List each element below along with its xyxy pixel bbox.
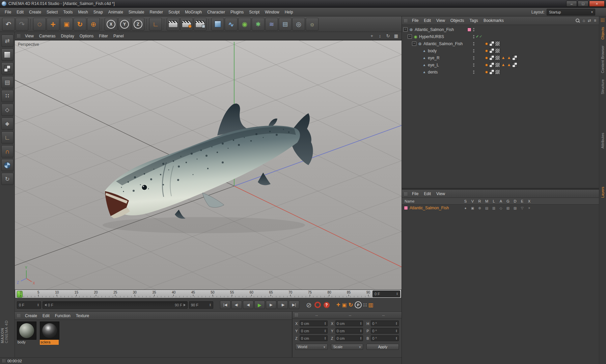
- render-view-button[interactable]: [167, 18, 180, 31]
- object-row-body[interactable]: ▲body: [402, 47, 599, 54]
- material-body[interactable]: body: [17, 322, 38, 345]
- layer-toggle-l[interactable]: ▥: [490, 206, 497, 210]
- menu-tools[interactable]: Tools: [60, 9, 75, 16]
- menu-animate[interactable]: Animate: [106, 9, 126, 16]
- selection-tag[interactable]: ▲: [501, 55, 506, 60]
- rotate-tool[interactable]: ↻: [74, 18, 86, 31]
- coord-field-position-x[interactable]: 0 cm: [300, 321, 328, 326]
- add-environment-button[interactable]: ▤: [279, 18, 292, 31]
- scale-mode-dropdown[interactable]: Scale: [331, 344, 363, 350]
- viewport-menu-panel[interactable]: Panel: [111, 33, 127, 39]
- goto-next-key-button[interactable]: ·▶: [277, 301, 288, 309]
- enable-snap-button[interactable]: ∩: [1, 145, 13, 157]
- layer-toggle-e[interactable]: ▽: [519, 206, 526, 210]
- layer-row-atlantic-salmon-fish[interactable]: Atlantic_Salmon_Fish●▣⊕▤▥◇▧▨▽×: [402, 205, 599, 211]
- material-menu-edit[interactable]: Edit: [40, 312, 52, 319]
- end-frame-field[interactable]: 90 F: [189, 301, 213, 309]
- uvw-tag[interactable]: [495, 41, 500, 46]
- record-pla-button[interactable]: ∷: [363, 302, 367, 308]
- object-manager-menu-edit[interactable]: Edit: [421, 17, 434, 24]
- edit-render-settings-button[interactable]: [194, 18, 206, 31]
- menu-create[interactable]: Create: [26, 9, 44, 16]
- close-button[interactable]: ×: [589, 1, 605, 7]
- material-sclera[interactable]: sclera: [40, 322, 61, 345]
- coord-field-rotation-p[interactable]: 0 °: [371, 328, 399, 334]
- side-tab-structure[interactable]: Structure: [600, 78, 605, 96]
- phong-tag[interactable]: [485, 57, 488, 59]
- stepper-icon[interactable]: [324, 329, 326, 333]
- object-manager-menu-file[interactable]: File: [409, 17, 421, 24]
- maximize-button[interactable]: □: [578, 1, 588, 7]
- uvw-tag[interactable]: [495, 48, 500, 53]
- points-mode-button[interactable]: ∷: [1, 90, 13, 102]
- layer-manager-menu-file[interactable]: File: [409, 190, 421, 197]
- texture-tag[interactable]: [489, 55, 494, 60]
- stepper-icon[interactable]: [395, 322, 397, 325]
- frame-stepper[interactable]: [396, 292, 398, 296]
- goto-next-frame-button[interactable]: ▶: [266, 301, 276, 309]
- layer-color-chip[interactable]: [467, 28, 471, 32]
- visibility-dots[interactable]: [472, 56, 476, 60]
- record-scale-button[interactable]: ▣: [342, 302, 347, 308]
- texture-tag[interactable]: [489, 62, 494, 67]
- minimize-button[interactable]: –: [566, 1, 577, 7]
- stepper-icon[interactable]: [324, 322, 326, 325]
- autokeying-button[interactable]: [314, 302, 321, 308]
- texture-tag[interactable]: [489, 48, 494, 53]
- visibility-dots[interactable]: [472, 35, 476, 38]
- object-manager-menu-bookmarks[interactable]: Bookmarks: [481, 17, 506, 24]
- layer-manager-menu-view[interactable]: View: [434, 190, 448, 197]
- make-editable-button[interactable]: ⇄: [1, 35, 13, 47]
- goto-previous-frame-button[interactable]: ◀: [243, 301, 253, 309]
- viewport-menu-cameras[interactable]: Cameras: [36, 33, 58, 39]
- record-active-objects-button[interactable]: ⊘: [306, 301, 312, 309]
- panel-menu-button[interactable]: ≡: [594, 18, 596, 23]
- menu-sculpt[interactable]: Sculpt: [166, 9, 182, 16]
- object-manager-menu-objects[interactable]: Objects: [448, 17, 467, 24]
- menu-simulate[interactable]: Simulate: [126, 9, 147, 16]
- layer-toggle-d[interactable]: ▨: [512, 206, 519, 210]
- stepper-icon[interactable]: [360, 329, 362, 333]
- coord-field-position-y[interactable]: 0 cm: [300, 328, 328, 334]
- layer-toggle-v[interactable]: ▣: [469, 206, 476, 210]
- add-hypernurbs-button[interactable]: ◉: [238, 18, 251, 31]
- layer-color-chip[interactable]: [404, 206, 408, 210]
- coord-field-rotation-h[interactable]: 0 °: [371, 321, 399, 326]
- record-rotation-button[interactable]: ↻: [349, 302, 353, 308]
- salmon-model[interactable]: [105, 103, 313, 219]
- visibility-dots[interactable]: [472, 28, 476, 31]
- menu-character[interactable]: Character: [204, 9, 228, 16]
- material-menu-function[interactable]: Function: [52, 312, 73, 319]
- stepper-icon[interactable]: [360, 322, 362, 325]
- layer-toggle-m[interactable]: ▤: [483, 206, 490, 210]
- current-frame-field[interactable]: 0 F: [373, 291, 400, 297]
- viewport-menu-view[interactable]: View: [22, 33, 36, 39]
- texture-axis-mode-button[interactable]: [1, 159, 13, 171]
- layer-toggle-g[interactable]: ▧: [504, 206, 512, 210]
- menu-plugins[interactable]: Plugins: [228, 9, 246, 16]
- add-mograph-button[interactable]: ✱: [252, 18, 265, 31]
- menu-help[interactable]: Help: [282, 9, 296, 16]
- coord-field-size-z[interactable]: 0 cm: [335, 335, 363, 341]
- lock-x-axis-button[interactable]: X: [105, 18, 117, 31]
- selection-tag[interactable]: ▲: [501, 62, 506, 67]
- add-cube-button[interactable]: [211, 18, 224, 31]
- material-menu-texture[interactable]: Texture: [73, 312, 92, 319]
- last-used-tool[interactable]: ⊕: [87, 18, 100, 31]
- object-manager-menu-view[interactable]: View: [434, 17, 448, 24]
- material-menu-create[interactable]: Create: [22, 312, 40, 319]
- rotate-view-button[interactable]: ↻: [385, 33, 391, 38]
- add-deformer-button[interactable]: ≋: [265, 18, 278, 31]
- record-parameter-button[interactable]: P: [355, 301, 362, 308]
- viewport-menu-display[interactable]: Display: [58, 33, 77, 39]
- selection-tag[interactable]: ▲: [506, 62, 512, 67]
- phong-tag[interactable]: [485, 64, 488, 66]
- menu-render[interactable]: Render: [147, 9, 166, 16]
- zoom-view-button[interactable]: ↕: [377, 33, 383, 38]
- layer-toggle-x[interactable]: ×: [526, 206, 533, 210]
- pan-view-button[interactable]: +: [369, 33, 375, 38]
- visibility-dots[interactable]: [472, 49, 476, 53]
- uvw-tag[interactable]: [495, 55, 500, 60]
- keying-settings-button[interactable]: ▥: [368, 302, 374, 308]
- timeline-ruler[interactable]: 051015202530354045505560657075808590 0 F: [15, 290, 402, 298]
